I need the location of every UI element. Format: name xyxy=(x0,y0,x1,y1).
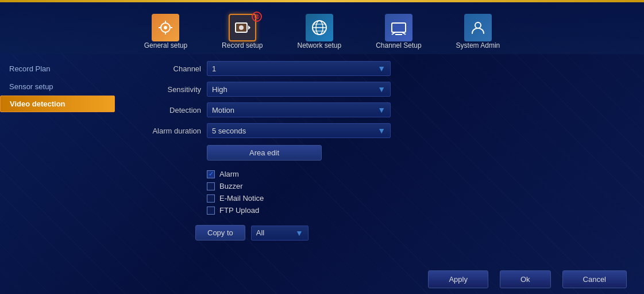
email-checkbox[interactable] xyxy=(207,194,215,203)
apply-button[interactable]: Apply xyxy=(428,270,488,288)
nav-item-channel[interactable]: Channel Setup xyxy=(376,14,421,49)
buzzer-checkbox-row[interactable]: Buzzer xyxy=(207,182,633,190)
sidebar-group-sensor-setup: Sensor setup xyxy=(0,80,115,93)
copy-to-arrow: ▼ xyxy=(295,228,303,238)
alarm-duration-value: 5 seconds xyxy=(212,127,246,135)
checkboxes-section: ✓ Alarm Buzzer E-Mail Notice FTP Upload xyxy=(207,170,633,215)
svg-point-1 xyxy=(164,26,167,29)
channel-value: 1 xyxy=(212,64,216,73)
copy-to-button[interactable]: Copy to xyxy=(195,225,245,240)
detection-value: Motion xyxy=(212,106,234,114)
alarm-checkbox-row[interactable]: ✓ Alarm xyxy=(207,170,633,178)
alarm-duration-dropdown[interactable]: 5 seconds ▼ xyxy=(207,123,391,138)
alarm-duration-row: Alarm duration 5 seconds ▼ xyxy=(126,122,633,139)
ftp-checkbox[interactable] xyxy=(207,207,215,215)
nav-item-network[interactable]: Network setup xyxy=(297,14,341,49)
channel-setup-icon xyxy=(385,14,412,41)
ftp-checkbox-row[interactable]: FTP Upload xyxy=(207,206,633,215)
channel-arrow: ▼ xyxy=(377,64,385,73)
record-setup-label: Record setup xyxy=(222,41,263,49)
detection-dropdown[interactable]: Motion ▼ xyxy=(207,102,391,117)
svg-point-8 xyxy=(239,25,244,30)
sidebar: Record Plan Sensor setup Video detection xyxy=(0,54,115,294)
channel-setup-label: Channel Setup xyxy=(376,41,421,49)
sidebar-group-record-plan: Record Plan xyxy=(0,62,115,75)
copy-to-dropdown[interactable]: All ▼ xyxy=(251,226,308,240)
channel-label: Channel xyxy=(126,64,201,73)
svg-rect-14 xyxy=(392,23,406,32)
general-setup-icon xyxy=(152,14,179,41)
cancel-button[interactable]: Cancel xyxy=(562,270,627,288)
buzzer-checkbox[interactable] xyxy=(207,182,215,190)
channel-dropdown[interactable]: 1 ▼ xyxy=(207,61,391,76)
ok-button[interactable]: Ok xyxy=(500,270,551,288)
header-nav: General setup ② Record setup xyxy=(0,2,644,54)
copy-to-value: All xyxy=(256,228,264,237)
nav-item-record[interactable]: ② Record setup xyxy=(222,14,263,49)
alarm-label: Alarm xyxy=(219,170,239,178)
ftp-label: FTP Upload xyxy=(219,206,259,215)
alarm-checkbox[interactable]: ✓ xyxy=(207,170,215,178)
copy-to-row: Copy to All ▼ xyxy=(195,225,633,240)
system-admin-label: System Admin xyxy=(456,41,500,49)
svg-marker-7 xyxy=(248,25,250,30)
general-setup-label: General setup xyxy=(144,41,187,49)
alarm-duration-arrow: ▼ xyxy=(377,126,385,135)
bottom-action-bar: Apply Ok Cancel xyxy=(428,270,627,288)
record-badge: ② xyxy=(252,12,262,22)
sidebar-item-video-detection[interactable]: Video detection xyxy=(0,96,115,112)
email-checkbox-row[interactable]: E-Mail Notice xyxy=(207,194,633,203)
detection-row: Detection Motion ▼ xyxy=(126,101,633,119)
nav-item-general[interactable]: General setup xyxy=(144,14,187,49)
system-admin-icon xyxy=(464,14,492,41)
sensitivity-value: High xyxy=(212,85,227,94)
alarm-duration-label: Alarm duration xyxy=(126,127,201,135)
sensitivity-label: Sensitivity xyxy=(126,85,201,94)
form-content: Channel 1 ▼ Sensitivity High ▼ Detection… xyxy=(115,54,644,294)
sensitivity-arrow: ▼ xyxy=(377,85,385,94)
channel-row: Channel 1 ▼ xyxy=(126,60,633,77)
area-edit-button[interactable]: Area edit xyxy=(207,145,322,161)
main-content: Record Plan Sensor setup Video detection… xyxy=(0,54,644,294)
network-setup-icon xyxy=(306,14,333,41)
network-setup-label: Network setup xyxy=(297,41,341,49)
sensitivity-row: Sensitivity High ▼ xyxy=(126,81,633,98)
sensitivity-dropdown[interactable]: High ▼ xyxy=(207,82,391,97)
detection-arrow: ▼ xyxy=(377,105,385,114)
svg-point-18 xyxy=(475,22,481,28)
detection-label: Detection xyxy=(126,106,201,114)
nav-item-system[interactable]: System Admin xyxy=(456,14,500,49)
email-label: E-Mail Notice xyxy=(219,194,264,203)
buzzer-label: Buzzer xyxy=(219,182,242,190)
